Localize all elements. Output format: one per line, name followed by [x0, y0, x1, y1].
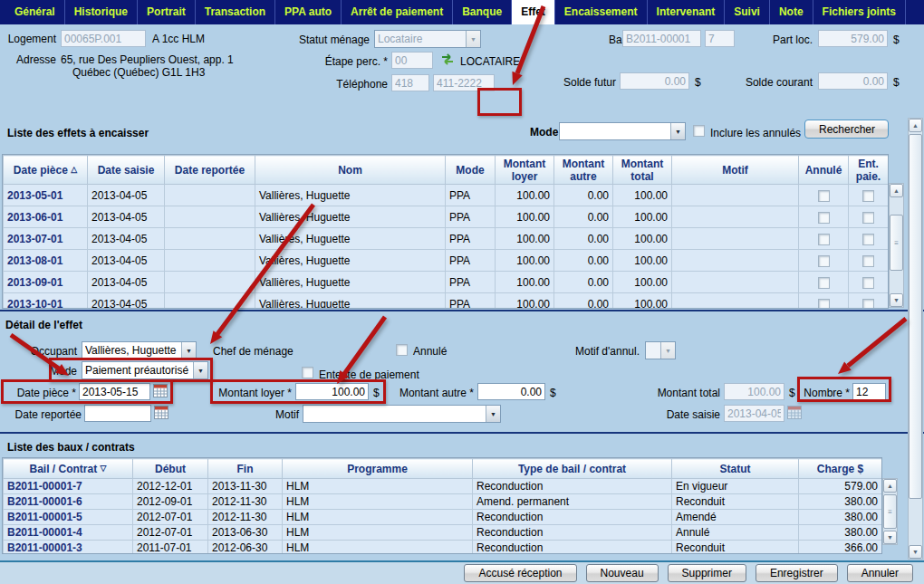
nombre-input[interactable] [852, 383, 886, 400]
column-header-debut[interactable]: Début [133, 459, 208, 479]
column-header-fin[interactable]: Fin [208, 459, 283, 479]
inclure-annules-checkbox[interactable] [693, 125, 705, 137]
table-row[interactable]: B2011-00001-32011-07-012012-06-30HLMReco… [4, 541, 882, 555]
tab-general[interactable]: Général [5, 0, 65, 24]
entente-paiement-checkbox[interactable] [302, 367, 313, 378]
column-header-montant-autre[interactable]: Montant autre [554, 156, 613, 185]
cell-montant-total: 100.00 [613, 185, 672, 206]
scroll-down-icon[interactable]: ▼ [883, 531, 897, 544]
section-divider [0, 310, 924, 311]
footer-button-nouveau[interactable]: Nouveau [586, 564, 659, 582]
scroll-down-icon[interactable]: ▼ [890, 293, 903, 307]
scroll-up-icon[interactable]: ▲ [883, 479, 897, 493]
footer-button-annuler[interactable]: Annuler [847, 564, 913, 582]
column-header-annule[interactable]: Annulé [799, 156, 849, 185]
tab-suivi[interactable]: Suivi [725, 0, 770, 24]
checkbox[interactable] [818, 190, 830, 202]
checkbox[interactable] [862, 190, 874, 202]
scroll-up-icon[interactable]: ▲ [909, 119, 922, 132]
table-row[interactable]: 2013-05-012013-04-05Vallières, HuguetteP… [4, 185, 889, 206]
checkbox[interactable] [818, 212, 830, 224]
table-row[interactable]: B2011-00001-52012-07-012012-11-30HLMReco… [4, 510, 882, 525]
footer-button-supprimer[interactable]: Supprimer [668, 564, 746, 582]
tab-arret-de-paiement[interactable]: Arrêt de paiement [342, 0, 453, 24]
table-row[interactable]: B2011-00001-42012-07-012013-06-30HLMReco… [4, 525, 882, 541]
annule-checkbox[interactable] [396, 344, 408, 356]
column-header-date-reportee[interactable]: Date reportée [165, 156, 255, 185]
footer-button-accuse-reception[interactable]: Accusé réception [464, 564, 576, 582]
cell-montant-loyer: 100.00 [496, 185, 554, 206]
date-piece-input[interactable] [79, 383, 150, 400]
montant-autre-input[interactable] [477, 383, 545, 400]
scrollbar-thumb[interactable]: ≡ [890, 215, 903, 271]
table-row[interactable]: 2013-09-012013-04-05Vallières, HuguetteP… [4, 272, 889, 293]
mode-select[interactable]: Paiement préautorisé▼ [82, 361, 208, 379]
column-header-bail-contrat[interactable]: Bail / Contrat ▽ [4, 459, 133, 479]
scrollbar-thumb[interactable]: ≡ [883, 494, 897, 529]
tab-intervenant[interactable]: Intervenant [648, 0, 726, 24]
page-scrollbar[interactable]: ▲ ▼ [908, 118, 923, 560]
cell-charge: 380.00 [799, 510, 882, 525]
checkbox[interactable] [818, 234, 830, 245]
cell-checkbox [799, 206, 849, 228]
footer-button-enregistrer[interactable]: Enregistrer [756, 564, 838, 582]
checkbox[interactable] [862, 255, 874, 267]
cell-montant-loyer: 100.00 [496, 228, 554, 250]
tab-banque[interactable]: Banque [453, 0, 512, 24]
column-header-charge[interactable]: Charge $ [799, 459, 882, 479]
column-header-motif[interactable]: Motif [672, 156, 799, 185]
table-row[interactable]: B2011-00001-62012-09-012012-11-30HLMAmen… [4, 494, 882, 510]
column-header-date-piece[interactable]: Date pièce △ [4, 156, 88, 185]
checkbox[interactable] [862, 277, 874, 289]
column-header-statut[interactable]: Statut [672, 459, 799, 479]
cell-bail-contrat: B2011-00001-6 [4, 494, 133, 510]
column-header-montant-total[interactable]: Montant total [613, 156, 672, 185]
rechercher-button[interactable]: Rechercher [804, 120, 889, 139]
table-row[interactable]: 2013-07-012013-04-05Vallières, HuguetteP… [4, 228, 889, 250]
tab-encaissement[interactable]: Encaissement [555, 0, 648, 24]
checkbox[interactable] [862, 212, 874, 224]
occupant-select[interactable]: Vallières, Huguette▼ [82, 341, 197, 359]
column-header-nom[interactable]: Nom [255, 156, 446, 185]
tab-fichiers-joints[interactable]: Fichiers joints [813, 0, 906, 24]
date-reportee-input[interactable] [84, 405, 151, 422]
baux-table: Bail / Contrat ▽ Début Fin Programme Typ… [2, 457, 882, 554]
scroll-down-icon[interactable]: ▼ [909, 545, 922, 559]
table-row[interactable]: 2013-08-012013-04-05Vallières, HuguetteP… [4, 250, 889, 272]
checkbox[interactable] [818, 299, 830, 309]
table-row[interactable]: 2013-06-012013-04-05Vallières, HuguetteP… [4, 206, 889, 228]
column-header-ent-paie[interactable]: Ent. paie. [849, 156, 889, 185]
calendar-icon[interactable] [154, 406, 168, 419]
cell-charge: 579.00 [799, 479, 882, 494]
baux-table-scrollbar[interactable]: ▲ ≡ ▼ [882, 478, 898, 545]
checkbox[interactable] [818, 255, 830, 267]
column-header-type[interactable]: Type de bail / contrat [473, 459, 672, 479]
tab-effet[interactable]: Effet [512, 0, 555, 24]
etape-perc-label: Étape perc. * [308, 55, 388, 68]
checkbox[interactable] [818, 277, 830, 289]
tab-transaction[interactable]: Transaction [196, 0, 275, 24]
refresh-icon[interactable] [440, 53, 455, 66]
column-header-mode[interactable]: Mode [446, 156, 496, 185]
scrollbar-thumb[interactable] [909, 134, 922, 499]
tab-ppa-auto[interactable]: PPA auto [275, 0, 342, 24]
tab-portrait[interactable]: Portrait [138, 0, 196, 24]
tab-note[interactable]: Note [770, 0, 813, 24]
column-header-date-saisie[interactable]: Date saisie [88, 156, 165, 185]
column-header-montant-loyer[interactable]: Montant loyer [496, 156, 554, 185]
cell-montant-loyer: 100.00 [496, 206, 554, 228]
checkbox[interactable] [862, 299, 874, 309]
scroll-up-icon[interactable]: ▲ [890, 184, 903, 197]
tab-historique[interactable]: Historique [65, 0, 138, 24]
calendar-icon[interactable] [153, 384, 168, 397]
mode-filter-select[interactable]: ▼ [559, 122, 686, 140]
column-header-programme[interactable]: Programme [283, 459, 473, 479]
checkbox[interactable] [862, 234, 874, 245]
table-row[interactable]: B2011-00001-72012-12-012013-11-30HLMReco… [4, 479, 882, 494]
telephone-number-input [433, 74, 495, 91]
motif-select[interactable]: ▼ [303, 405, 501, 423]
montant-loyer-input[interactable] [295, 383, 369, 400]
bail-seq-input [705, 30, 735, 47]
effets-table-scrollbar[interactable]: ▲ ≡ ▼ [889, 183, 904, 308]
table-row[interactable]: 2013-10-012013-04-05Vallières, HuguetteP… [4, 293, 889, 310]
